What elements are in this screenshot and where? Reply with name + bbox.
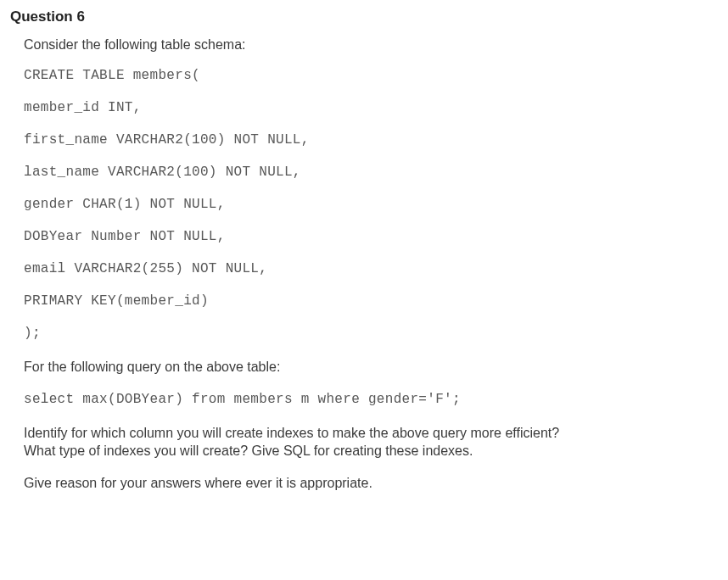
code-line-1: CREATE TABLE members(	[24, 68, 728, 83]
question-body: Consider the following table schema: CRE…	[8, 37, 728, 492]
code-line-5: gender CHAR(1) NOT NULL,	[24, 197, 728, 212]
code-line-7: email VARCHAR2(255) NOT NULL,	[24, 261, 728, 276]
code-line-3: first_name VARCHAR2(100) NOT NULL,	[24, 132, 728, 148]
code-line-9: );	[24, 326, 728, 341]
intro-text: Consider the following table schema:	[24, 37, 728, 53]
code-line-4: last_name VARCHAR2(100) NOT NULL,	[24, 165, 728, 180]
question-title: Question 6	[10, 8, 728, 25]
code-line-6: DOBYear Number NOT NULL,	[24, 229, 728, 244]
task-text: Identify for which column you will creat…	[24, 424, 584, 460]
query-line: select max(DOBYear) from members m where…	[24, 392, 728, 407]
reason-text: Give reason for your answers where ever …	[24, 474, 728, 493]
code-line-8: PRIMARY KEY(member_id)	[24, 293, 728, 309]
query-intro: For the following query on the above tab…	[24, 358, 728, 376]
code-line-2: member_id INT,	[24, 100, 728, 115]
